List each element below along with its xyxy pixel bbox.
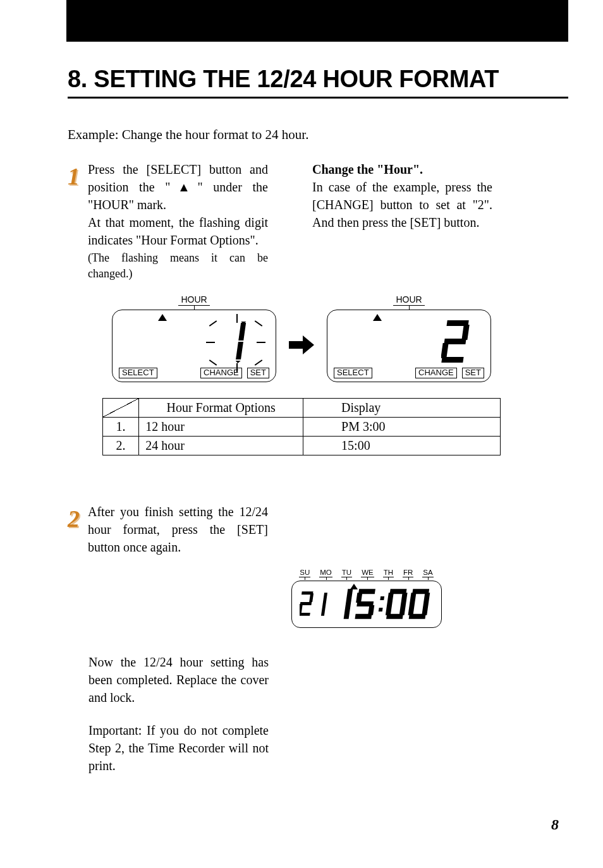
button-row-right: CHANGE SET xyxy=(200,368,269,378)
svg-rect-1 xyxy=(238,323,246,341)
svg-rect-30 xyxy=(409,614,426,619)
table-header-options: Hour Format Options xyxy=(139,399,303,418)
svg-marker-3 xyxy=(235,361,241,363)
final-lcd-wrap: SU MO TU WE TH FR SA xyxy=(130,569,603,628)
table-cell-idx: 2. xyxy=(103,437,139,455)
page-number: 8 xyxy=(551,816,559,833)
svg-rect-21 xyxy=(380,596,384,600)
day-we: WE xyxy=(361,569,374,577)
table-cell-opt: 12 hour xyxy=(139,418,303,437)
arrow-right-icon xyxy=(289,335,314,354)
digit-1 xyxy=(219,319,257,366)
step-2-text: After you finish setting the 12/24 hour … xyxy=(88,503,268,556)
important-text: Important: If you do not complete Step 2… xyxy=(88,721,269,775)
table-row: 1. 12 hour PM 3:00 xyxy=(103,418,501,437)
page-title: 8. SETTING THE 12/24 HOUR FORMAT xyxy=(68,66,568,99)
button-row-right: CHANGE SET xyxy=(415,368,484,378)
table-row: 2. 24 hour 15:00 xyxy=(103,437,501,455)
svg-rect-12 xyxy=(300,604,303,613)
svg-rect-14 xyxy=(320,593,327,616)
digit-date xyxy=(300,590,334,619)
change-button-label: CHANGE xyxy=(200,368,242,378)
hour-label-left: HOUR xyxy=(178,294,209,306)
day-tu: TU xyxy=(341,569,352,577)
svg-rect-8 xyxy=(441,357,463,363)
step-1-right-col: Change the "Hour". In case of the exampl… xyxy=(312,160,492,282)
button-row-left: SELECT xyxy=(119,368,157,378)
step-1-left-p1: Press the [SELECT] button and position t… xyxy=(88,160,268,214)
digit-time xyxy=(341,586,441,623)
lcd-frame-left: SELECT CHANGE SET xyxy=(112,310,276,382)
hour-label-right: HOUR xyxy=(393,294,424,306)
step-1-right-heading: Change the "Hour". xyxy=(312,160,492,178)
svg-rect-10 xyxy=(309,593,314,602)
set-button-label: SET xyxy=(247,368,269,378)
select-button-label: SELECT xyxy=(334,368,372,378)
step-1: 1 Press the [SELECT] button and position… xyxy=(68,160,603,282)
header-bar xyxy=(66,0,568,42)
change-button-label: CHANGE xyxy=(415,368,457,378)
lcd-frame-right: SELECT CHANGE SET xyxy=(327,310,491,382)
step-1-left-col: Press the [SELECT] button and position t… xyxy=(88,160,268,282)
table-cell-disp: PM 3:00 xyxy=(303,418,501,437)
completed-text: Now the 12/24 hour setting has been comp… xyxy=(88,653,269,706)
table-corner-cell xyxy=(103,399,139,418)
svg-rect-29 xyxy=(422,593,430,615)
svg-rect-5 xyxy=(461,325,469,340)
button-row-left: SELECT xyxy=(334,368,372,378)
svg-rect-26 xyxy=(386,614,403,619)
lcd-panel-left: HOUR SELECT xyxy=(112,294,276,382)
step-1-left-note: (The flashing means it can be changed.) xyxy=(88,250,268,282)
day-th: TH xyxy=(383,569,394,577)
caret-up-icon xyxy=(350,584,358,589)
svg-rect-19 xyxy=(368,605,374,615)
step-1-left-p2: At that moment, the flashing digit indic… xyxy=(88,214,268,249)
step-1-number: 1 xyxy=(68,166,88,187)
table-header-display: Display xyxy=(303,399,501,418)
post-text: Now the 12/24 hour setting has been comp… xyxy=(88,653,269,775)
svg-rect-25 xyxy=(399,593,408,615)
set-button-label: SET xyxy=(462,368,484,378)
table-cell-disp: 15:00 xyxy=(303,437,501,455)
lcd-panels-row: HOUR SELECT xyxy=(0,294,603,382)
svg-rect-22 xyxy=(379,608,383,612)
svg-rect-2 xyxy=(236,342,243,359)
table-header-row: Hour Format Options Display xyxy=(103,399,501,418)
lcd-panel-right: HOUR SELECT CHANGE SET xyxy=(327,294,491,382)
svg-rect-17 xyxy=(356,593,362,603)
day-row: SU MO TU WE TH FR SA xyxy=(299,569,433,577)
step-2: 2 After you finish setting the 12/24 hou… xyxy=(68,503,603,556)
day-fr: FR xyxy=(403,569,413,577)
example-line: Example: Change the hour format to 24 ho… xyxy=(68,127,603,143)
svg-rect-28 xyxy=(408,593,417,615)
svg-rect-7 xyxy=(441,343,449,358)
day-su: SU xyxy=(299,569,310,577)
final-lcd-frame xyxy=(291,581,442,628)
day-mo: MO xyxy=(319,569,332,577)
caret-up-icon xyxy=(373,314,382,321)
svg-rect-24 xyxy=(386,593,394,615)
hour-format-table: Hour Format Options Display 1. 12 hour P… xyxy=(102,398,501,455)
step-1-right-p: In case of the example, press the [CHANG… xyxy=(312,178,492,231)
svg-rect-15 xyxy=(344,589,353,619)
step-2-number: 2 xyxy=(68,508,88,529)
svg-rect-13 xyxy=(300,613,310,616)
select-button-label: SELECT xyxy=(119,368,157,378)
caret-up-icon xyxy=(158,314,167,321)
table-cell-opt: 24 hour xyxy=(139,437,303,455)
table-cell-idx: 1. xyxy=(103,418,139,437)
day-sa: SA xyxy=(422,569,433,577)
digit-2 xyxy=(441,319,479,366)
svg-rect-20 xyxy=(355,614,372,619)
